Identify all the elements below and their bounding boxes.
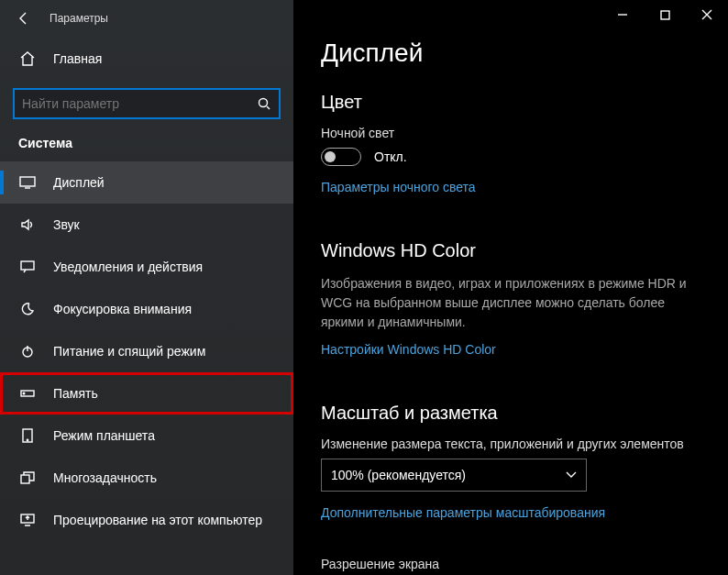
hd-color-description: Изображения в видео, играх и приложениях… <box>321 274 700 332</box>
home-nav[interactable]: Главная <box>0 37 293 81</box>
window-title: Параметры <box>50 12 108 25</box>
sidebar-item-notifications[interactable]: Уведомления и действия <box>0 246 293 288</box>
svg-rect-10 <box>661 11 669 19</box>
night-light-toggle[interactable] <box>321 148 361 166</box>
section-heading-hdcolor: Windows HD Color <box>321 240 700 261</box>
storage-icon <box>18 384 37 403</box>
sidebar-item-sound[interactable]: Звук <box>0 204 293 246</box>
minimize-button[interactable] <box>601 0 644 29</box>
minimize-icon <box>617 9 628 20</box>
sidebar-item-label: Память <box>53 386 98 401</box>
sidebar-item-label: Фокусировка внимания <box>53 302 192 316</box>
hd-color-settings-link[interactable]: Настройки Windows HD Color <box>321 342 496 357</box>
toggle-state-label: Откл. <box>374 149 407 164</box>
speaker-icon <box>18 216 37 234</box>
svg-point-0 <box>259 99 268 107</box>
sidebar-section-title: Система <box>0 136 293 161</box>
sidebar-item-tablet[interactable]: Режим планшета <box>0 415 293 457</box>
search-input-container[interactable] <box>13 88 281 119</box>
section-heading-color: Цвет <box>321 92 700 113</box>
sidebar-item-label: Питание и спящий режим <box>53 344 205 359</box>
sidebar-item-multitasking[interactable]: Многозадачность <box>0 457 293 499</box>
svg-rect-2 <box>21 261 34 270</box>
night-light-settings-link[interactable]: Параметры ночного света <box>321 180 476 194</box>
sidebar-item-label: Уведомления и действия <box>53 260 203 274</box>
moon-icon <box>18 300 37 318</box>
chevron-down-icon <box>566 471 577 479</box>
sidebar-item-label: Дисплей <box>53 175 105 190</box>
svg-point-7 <box>27 439 28 440</box>
home-label: Главная <box>53 51 102 66</box>
page-title: Дисплей <box>321 39 700 68</box>
power-icon <box>18 342 37 360</box>
tablet-icon <box>18 426 37 445</box>
sidebar-item-power[interactable]: Питание и спящий режим <box>0 330 293 372</box>
scale-select-value: 100% (рекомендуется) <box>331 468 466 482</box>
svg-rect-1 <box>20 177 35 186</box>
section-heading-scale: Масштаб и разметка <box>321 403 700 424</box>
sidebar-item-label: Режим планшета <box>53 428 155 443</box>
search-icon <box>257 96 271 111</box>
sidebar-item-storage[interactable]: Память <box>0 372 293 415</box>
svg-point-5 <box>23 393 25 394</box>
message-icon <box>18 258 37 276</box>
maximize-button[interactable] <box>644 0 686 29</box>
home-icon <box>18 50 37 68</box>
svg-rect-8 <box>21 475 29 483</box>
sidebar-item-label: Звук <box>53 217 80 232</box>
search-input[interactable] <box>22 96 257 111</box>
sidebar-item-focus[interactable]: Фокусировка внимания <box>0 288 293 330</box>
scale-select[interactable]: 100% (рекомендуется) <box>321 459 587 492</box>
project-icon <box>18 511 37 529</box>
sidebar-item-label: Проецирование на этот компьютер <box>53 513 262 527</box>
close-button[interactable] <box>686 0 728 29</box>
night-light-label: Ночной свет <box>321 126 700 140</box>
arrow-left-icon <box>17 11 31 26</box>
close-icon <box>701 9 712 20</box>
resolution-label: Разрешение экрана <box>321 557 700 571</box>
monitor-icon <box>18 173 37 192</box>
scale-label: Изменение размера текста, приложений и д… <box>321 437 700 451</box>
back-button[interactable] <box>9 4 39 33</box>
maximize-icon <box>660 10 670 20</box>
advanced-scaling-link[interactable]: Дополнительные параметры масштабирования <box>321 505 605 520</box>
sidebar-item-display[interactable]: Дисплей <box>0 161 293 204</box>
sidebar-item-label: Многозадачность <box>53 470 157 485</box>
multitask-icon <box>18 469 37 487</box>
sidebar-item-projecting[interactable]: Проецирование на этот компьютер <box>0 499 293 541</box>
